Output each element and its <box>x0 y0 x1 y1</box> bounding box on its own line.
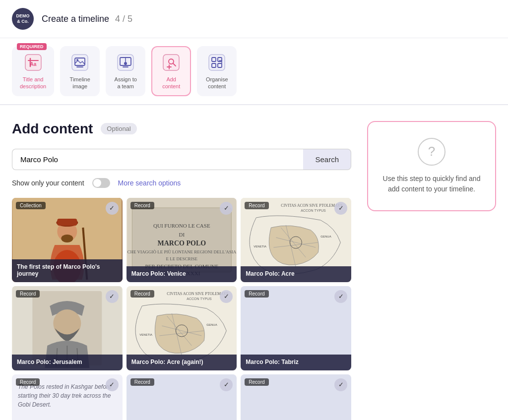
page-title: Add content <box>12 121 93 137</box>
grid-item-2-inner: QUI FURONO LE CASE DI MARCO POLO CHE VIA… <box>127 198 237 282</box>
help-text: Use this step to quickly find and add co… <box>380 174 483 194</box>
required-badge: REQUIRED <box>17 43 47 50</box>
page-title-row: Add content Optional <box>12 121 351 137</box>
item-4-label: Marco Polo: Jerusalem <box>12 355 123 370</box>
item-5-label: Marco Polo: Acre (again!) <box>127 355 237 370</box>
step-image[interactable]: Timelineimage <box>60 46 100 96</box>
svg-rect-13 <box>163 55 179 70</box>
filter-row: Show only your content More search optio… <box>12 178 351 188</box>
svg-rect-28 <box>57 219 77 226</box>
help-card: ? Use this step to quickly find and add … <box>367 121 496 211</box>
svg-point-6 <box>76 59 78 61</box>
svg-text:ACCON TYPUS: ACCON TYPUS <box>187 297 212 300</box>
item-2-label: Marco Polo: Venice <box>127 266 237 282</box>
steps-bar: REQUIRED Aa Title anddescription Timelin… <box>0 38 508 105</box>
svg-text:E LE DESCRISE: E LE DESCRISE <box>166 256 197 261</box>
item-3-tag: Record <box>245 202 268 209</box>
search-input[interactable] <box>12 149 303 170</box>
grid-item-8[interactable]: Record ✓ <box>127 374 237 420</box>
svg-text:GENUA: GENUA <box>321 235 331 238</box>
grid-item-8-inner: Record ✓ <box>127 374 237 420</box>
item-8-check[interactable]: ✓ <box>220 378 233 391</box>
step-title[interactable]: REQUIRED Aa Title anddescription <box>12 46 54 96</box>
grid-item-4[interactable]: Record ✓ Marco Polo: Jerusalem <box>12 286 123 370</box>
filter-label: Show only your content <box>12 179 84 187</box>
item-2-tag: Record <box>130 202 154 209</box>
optional-badge: Optional <box>101 123 136 134</box>
toggle-knob <box>93 179 101 187</box>
header-title: Create a timeline <box>42 14 109 24</box>
grid-item-2[interactable]: QUI FURONO LE CASE DI MARCO POLO CHE VIA… <box>127 198 237 282</box>
item-5-tag: Record <box>130 290 154 298</box>
question-mark-icon: ? <box>428 144 435 159</box>
search-row: Search <box>12 149 351 170</box>
help-icon: ? <box>418 138 445 166</box>
svg-text:CIVITAS ACON SIVE PTOLEMAYS: CIVITAS ACON SIVE PTOLEMAYS <box>281 203 343 208</box>
step-content-label: Addcontent <box>162 76 180 90</box>
step-counter: 4 / 5 <box>115 14 132 24</box>
item-7-check[interactable]: ✓ <box>106 378 119 391</box>
item-7-tag: Record <box>16 378 40 386</box>
svg-text:VENETIA: VENETIA <box>139 333 152 336</box>
step-team[interactable]: Assign toa team <box>106 46 145 96</box>
grid-item-4-inner: Record ✓ Marco Polo: Jerusalem <box>12 286 123 370</box>
image-step-icon <box>69 52 90 73</box>
grid-item-7-inner: The Polos rested in Kashgar before start… <box>12 374 123 420</box>
content-area: Add content Optional Search Show only yo… <box>12 121 351 420</box>
header: DEMO & Co. Create a timeline 4 / 5 <box>0 0 508 38</box>
content-toggle[interactable] <box>92 178 110 188</box>
item-1-label: The first step of Marco Polo's journey <box>12 259 123 282</box>
svg-text:Aa: Aa <box>30 61 36 67</box>
svg-text:CIVITAS ACON SIVE PTOLEMAYS: CIVITAS ACON SIVE PTOLEMAYS <box>167 292 228 296</box>
search-button[interactable]: Search <box>303 149 351 170</box>
item-9-tag: Record <box>245 378 268 386</box>
step-image-label: Timelineimage <box>70 76 90 90</box>
grid-item-5[interactable]: CIVITAS ACON SIVE PTOLEMAYS ACCON TYPUS … <box>127 286 237 370</box>
item-1-tag: Collection <box>16 202 46 209</box>
grid-item-3[interactable]: CIVITAS ACON SIVE PTOLEMAYS ACCON TYPUS <box>241 198 351 282</box>
svg-point-51 <box>53 309 81 337</box>
grid-item-9-inner: Record ✓ <box>241 374 351 420</box>
organise-step-icon <box>206 52 227 73</box>
step-team-label: Assign toa team <box>115 76 137 90</box>
item-6-label: Marco Polo: Tabriz <box>241 355 351 370</box>
svg-text:MARCO POLO: MARCO POLO <box>157 240 206 247</box>
item-4-check[interactable]: ✓ <box>106 290 119 303</box>
item-2-check[interactable]: ✓ <box>220 202 233 215</box>
grid-item-6-inner: Record ✓ Marco Polo: Tabriz <box>241 286 351 370</box>
title-step-icon: Aa <box>23 52 44 73</box>
help-sidebar: ? Use this step to quickly find and add … <box>367 121 496 420</box>
svg-rect-18 <box>209 55 225 70</box>
svg-text:GENUA: GENUA <box>206 323 217 326</box>
grid-item-9[interactable]: Record ✓ <box>241 374 351 420</box>
logo: DEMO & Co. <box>12 8 34 30</box>
grid-item-3-inner: CIVITAS ACON SIVE PTOLEMAYS ACCON TYPUS <box>241 198 351 282</box>
item-6-tag: Record <box>245 290 268 298</box>
svg-text:VENETIA: VENETIA <box>254 245 267 248</box>
step-add-content[interactable]: Addcontent <box>151 46 191 96</box>
svg-point-26 <box>61 235 73 242</box>
item-4-tag: Record <box>16 290 40 298</box>
more-search-options-link[interactable]: More search options <box>118 179 181 187</box>
item-8-tag: Record <box>130 378 154 386</box>
results-grid: Collection ✓ The first step of Marco Pol… <box>12 198 351 420</box>
grid-item-7[interactable]: The Polos rested in Kashgar before start… <box>12 374 123 420</box>
main-area: Add content Optional Search Show only yo… <box>0 105 508 420</box>
svg-point-10 <box>124 62 127 65</box>
grid-item-5-inner: CIVITAS ACON SIVE PTOLEMAYS ACCON TYPUS … <box>127 286 237 370</box>
item-9-check[interactable]: ✓ <box>334 378 347 391</box>
item-3-check[interactable]: ✓ <box>334 202 347 215</box>
svg-text:DI: DI <box>179 232 185 238</box>
item-3-label: Marco Polo: Acre <box>241 266 351 282</box>
svg-text:QUI FURONO LE CASE: QUI FURONO LE CASE <box>153 223 210 229</box>
step-title-label: Title anddescription <box>20 76 46 90</box>
svg-text:ACCON TYPUS: ACCON TYPUS <box>301 209 326 212</box>
item-5-check[interactable]: ✓ <box>220 290 233 303</box>
item-6-check[interactable]: ✓ <box>334 290 347 303</box>
step-organise-label: Organisecontent <box>206 76 228 90</box>
grid-item-6[interactable]: Record ✓ Marco Polo: Tabriz <box>241 286 351 370</box>
content-step-icon <box>161 52 182 73</box>
grid-item-1[interactable]: Collection ✓ The first step of Marco Pol… <box>12 198 123 282</box>
item-1-check[interactable]: ✓ <box>106 202 119 215</box>
step-organise[interactable]: Organisecontent <box>197 46 237 96</box>
